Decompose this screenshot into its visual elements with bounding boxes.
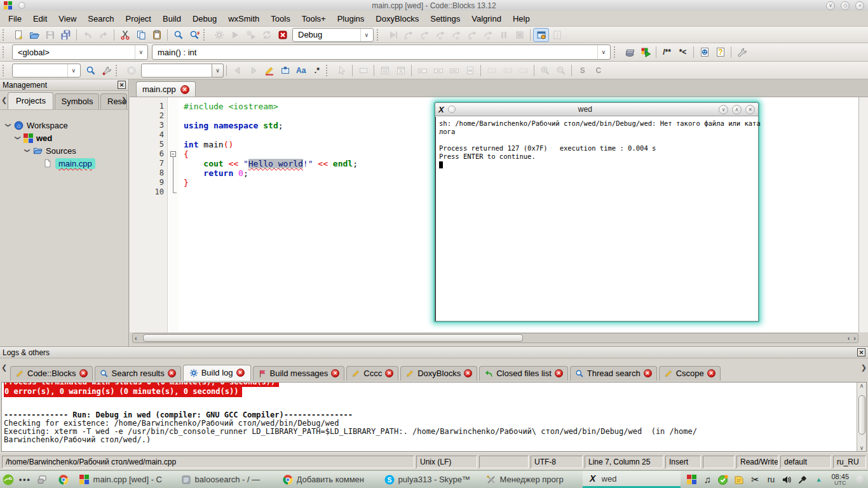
tree-item-workspace[interactable]: ❯⌂Workspace: [1, 119, 128, 132]
menu-wxsmith[interactable]: wxSmith: [222, 12, 265, 25]
replace-button[interactable]: R: [186, 28, 202, 42]
build-and-run-button[interactable]: [243, 28, 259, 42]
editor-tab-main-cpp[interactable]: main.cpp ✕: [136, 81, 196, 97]
expander-icon[interactable]: ❯: [24, 147, 31, 154]
debugging-windows-button[interactable]: [533, 28, 549, 42]
wx-sizer-v-button[interactable]: [430, 64, 446, 78]
juk-icon[interactable]: ♫: [702, 474, 713, 485]
step-out-button[interactable]: [448, 28, 464, 42]
klipper-icon[interactable]: ✂: [749, 474, 761, 485]
application-launcher-icon[interactable]: [3, 474, 14, 485]
skype-tray-icon[interactable]: [717, 474, 729, 485]
plug-icon[interactable]: [797, 474, 808, 485]
menu-edit[interactable]: Edit: [27, 12, 53, 25]
wx-sizer-flex-button[interactable]: [462, 64, 478, 78]
editor-horizontal-scrollbar[interactable]: ‹ ‹ ›: [132, 333, 858, 343]
log-tab-build-log[interactable]: Build log✕: [183, 365, 251, 381]
tab-close-icon[interactable]: ✕: [385, 369, 393, 377]
log-tab-cccc[interactable]: Cccc✕: [346, 366, 398, 381]
volume-icon[interactable]: [781, 474, 792, 485]
copy-button[interactable]: [133, 28, 149, 42]
logs-close-icon[interactable]: ✕: [857, 348, 865, 356]
chevron-down-icon[interactable]: ∨: [135, 45, 146, 59]
run-to-cursor-button[interactable]: [400, 28, 416, 42]
wx-frame-button[interactable]: A: [393, 64, 409, 78]
wx-dialog-button[interactable]: [377, 64, 393, 78]
menu-tools[interactable]: Tools: [265, 12, 295, 25]
symbols-options-button[interactable]: [98, 64, 114, 78]
xterm-menu-icon[interactable]: [448, 105, 456, 113]
menu-project[interactable]: Project: [120, 12, 157, 25]
zoom-out-button[interactable]: [553, 64, 569, 78]
toolbar-grip[interactable]: [377, 29, 382, 41]
wx-pointer-button[interactable]: [334, 64, 349, 78]
task-button-main-cpp-wed-c[interactable]: main.cpp [wed] - C: [74, 471, 175, 488]
tab-close-icon[interactable]: ✕: [707, 369, 715, 377]
xterm-minimize-icon[interactable]: ∨: [719, 105, 728, 114]
log-tab-cscope[interactable]: Cscope✕: [659, 366, 721, 381]
tray-up-icon[interactable]: ▲: [813, 474, 824, 485]
menu-build[interactable]: Build: [157, 12, 187, 25]
scroll-right-icon[interactable]: ›: [851, 334, 858, 342]
tab-close-icon[interactable]: ✕: [644, 369, 652, 377]
doxy-block-comment-button[interactable]: /**: [659, 45, 675, 59]
incsearch-input[interactable]: [141, 64, 212, 78]
wx-spacer-button[interactable]: [515, 64, 531, 78]
cb-logo-icon[interactable]: [686, 474, 697, 485]
menu-valgrind[interactable]: Valgrind: [466, 12, 507, 25]
toolbar-grip[interactable]: [614, 46, 619, 58]
incsearch-dropdown-button[interactable]: ∨: [212, 64, 224, 78]
tab-close-icon[interactable]: ✕: [464, 369, 472, 377]
logs-tabs-scroll-right-icon[interactable]: ❯: [861, 363, 867, 372]
toolbar-grip[interactable]: [326, 65, 331, 76]
notes-icon[interactable]: [733, 474, 745, 485]
chevron-down-icon[interactable]: ∨: [67, 64, 79, 77]
fold-marker[interactable]: −: [168, 149, 179, 159]
redo-button[interactable]: [95, 28, 111, 42]
show-desktop-icon[interactable]: [36, 474, 48, 485]
incsearch-prev-button[interactable]: [229, 64, 245, 78]
step-into-button[interactable]: [432, 28, 448, 42]
wx-widget-button[interactable]: [355, 64, 371, 78]
tab-close-icon[interactable]: ✕: [180, 85, 189, 94]
new-file-button[interactable]: [10, 28, 26, 42]
zoom-in-button[interactable]: [537, 64, 553, 78]
toolbar-grip[interactable]: [3, 65, 8, 76]
menu-doxyblocks[interactable]: DoxyBlocks: [370, 12, 424, 25]
rebuild-button[interactable]: [259, 28, 275, 42]
doxy-chm-button[interactable]: [696, 45, 712, 59]
next-line-button[interactable]: [416, 28, 432, 42]
wx-class-mode-button[interactable]: C: [590, 64, 606, 78]
task-button-менеджер-прогр[interactable]: Менеджер прогр: [481, 471, 581, 488]
goto-symbol-combo[interactable]: ∨: [12, 64, 81, 78]
save-button[interactable]: [42, 28, 58, 42]
task-button-pulya313-skype-[interactable]: Spulya313 - Skype™: [379, 471, 480, 488]
incsearch-highlight-button[interactable]: [261, 64, 277, 78]
tab-close-icon[interactable]: ✕: [236, 369, 245, 377]
menu-settings[interactable]: Settings: [424, 12, 466, 25]
wx-sizer-h-button[interactable]: [414, 64, 430, 78]
tabs-scroll-right-icon[interactable]: ❯: [121, 96, 127, 104]
wx-source-mode-button[interactable]: S: [574, 64, 590, 78]
find-button[interactable]: [170, 28, 186, 42]
abort-build-button[interactable]: [275, 28, 290, 42]
menu-view[interactable]: View: [53, 12, 82, 25]
scroll-down-icon[interactable]: ∨: [860, 445, 864, 451]
clock[interactable]: 08:45 UTC: [831, 473, 849, 486]
doxy-run-button[interactable]: [637, 45, 653, 59]
xterm-titlebar[interactable]: X wed ∨ ∧ ✕: [435, 103, 758, 116]
open-file-button[interactable]: [26, 28, 42, 42]
toolbar-grip[interactable]: [3, 46, 8, 58]
cut-button[interactable]: [117, 28, 133, 42]
run-button[interactable]: [227, 28, 243, 42]
incsearch-selected-button[interactable]: [277, 64, 293, 78]
logs-tabs-scroll-left-icon[interactable]: ❮: [1, 363, 7, 372]
menu-debug[interactable]: Debug: [187, 12, 222, 25]
build-target-combo[interactable]: Debug∨: [292, 28, 374, 42]
debug-info-button[interactable]: i: [549, 28, 565, 42]
maximize-button[interactable]: ◇: [841, 1, 850, 10]
task-button-chrome[interactable]: [54, 471, 73, 488]
scroll-left-icon[interactable]: ‹: [133, 334, 139, 342]
chevron-down-icon[interactable]: ∨: [597, 45, 609, 59]
tab-close-icon[interactable]: ✕: [331, 369, 339, 377]
